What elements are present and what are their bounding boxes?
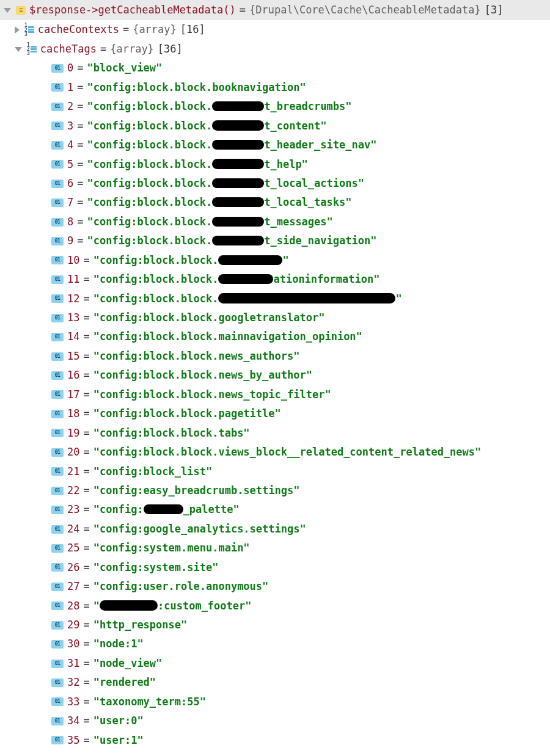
tree-row-item[interactable]: 0119="config:block.block.tabs" (0, 424, 550, 443)
string-icon: 01 (51, 141, 64, 150)
item-value: "config:block.block.t_local_tasks" (87, 193, 352, 212)
tree-row-cache-tags[interactable]: 123 cacheTags = {array} [36] (0, 40, 550, 59)
tree-row-item[interactable]: 019="config:block.block.t_side_navigatio… (0, 231, 550, 250)
tree-row-item[interactable]: 0110="config:block.block." (0, 251, 550, 270)
redacted-text (212, 101, 264, 111)
equals-sign: = (77, 78, 83, 97)
item-value: "config:block.block." (94, 289, 402, 308)
item-index: 29 (67, 616, 79, 634)
item-index: 16 (67, 366, 79, 385)
item-index: 4 (67, 136, 73, 154)
root-count: [3] (485, 1, 504, 20)
tree-row-item[interactable]: 014="config:block.block.t_header_site_na… (0, 136, 550, 154)
equals-sign: = (83, 558, 89, 577)
tree-row-item[interactable]: 0132="rendered" (0, 673, 550, 692)
equals-sign: = (83, 308, 89, 327)
equals-sign: = (83, 520, 89, 539)
string-icon: 01 (51, 602, 64, 610)
item-index: 18 (67, 404, 79, 423)
item-value: "config:block.block.pagetitle" (94, 404, 281, 423)
string-icon: 01 (51, 275, 64, 284)
string-icon: 01 (51, 237, 64, 245)
string-icon: 01 (51, 448, 64, 457)
item-index: 21 (67, 462, 79, 481)
tree-row-item[interactable]: 0127="config:user.role.anonymous" (0, 577, 550, 596)
item-value: "config:easy_breadcrumb.settings" (94, 481, 300, 500)
tree-row-item[interactable]: 0131="node_view" (0, 654, 550, 673)
tree-row-item[interactable]: 0113="config:block.block.googletranslato… (0, 308, 550, 327)
tree-row-item[interactable]: 0124="config:google_analytics.settings" (0, 520, 550, 539)
tree-row-item[interactable]: 0129="http_response" (0, 616, 550, 634)
chevron-down-icon[interactable] (4, 8, 11, 13)
tree-row-item[interactable]: 0115="config:block.block.news_authors" (0, 347, 550, 366)
equals-sign: = (77, 59, 83, 78)
chevron-down-icon[interactable] (15, 47, 22, 52)
tree-row-item[interactable]: 017="config:block.block.t_local_tasks" (0, 193, 550, 212)
property-name: cacheTags (40, 40, 97, 59)
tree-row-item[interactable]: 018="config:block.block.t_messages" (0, 213, 550, 231)
tree-row-item[interactable]: 0112="config:block.block." (0, 289, 550, 308)
item-value: "config:block.block.t_side_navigation" (87, 231, 377, 250)
tree-row-item[interactable]: 011="config:block.block.booknavigation" (0, 78, 550, 97)
item-index: 17 (67, 385, 79, 404)
redacted-text (218, 274, 273, 284)
equals-sign: = (83, 443, 89, 462)
equals-sign: = (77, 97, 83, 116)
tree-row-item[interactable]: 0116="config:block.block.news_by_author" (0, 366, 550, 385)
item-index: 8 (67, 213, 73, 231)
tree-row-item[interactable]: 010="block_view" (0, 59, 550, 78)
tree-row-item[interactable]: 0128=":custom_footer" (0, 597, 550, 616)
tree-row-cache-contexts[interactable]: 123 cacheContexts = {array} [16] (0, 20, 550, 39)
equals-sign: = (100, 40, 106, 59)
equals-sign: = (83, 692, 89, 711)
tree-row-item[interactable]: 016="config:block.block.t_local_actions" (0, 174, 550, 193)
redacted-text (212, 140, 264, 150)
tree-row-item[interactable]: 0135="user:1" (0, 731, 550, 750)
equals-sign: = (83, 634, 89, 653)
equals-sign: = (83, 481, 89, 500)
string-icon: 01 (51, 429, 64, 437)
tree-row-item[interactable]: 0134="user:0" (0, 711, 550, 730)
tree-row-item[interactable]: 0125="config:system.menu.main" (0, 539, 550, 558)
chevron-right-icon[interactable] (15, 26, 20, 34)
equals-sign: = (77, 213, 83, 231)
equals-sign: = (77, 155, 83, 174)
tree-row-item[interactable]: 0120="config:block.block.views_block__re… (0, 443, 550, 462)
item-value: ":custom_footer" (94, 597, 252, 616)
tree-row-item[interactable]: 0121="config:block_list" (0, 462, 550, 481)
item-value: "config:block.block.booknavigation" (87, 78, 306, 97)
tree-row-item[interactable]: 0111="config:block.block.ationinformatio… (0, 270, 550, 289)
tree-row-item[interactable]: 012="config:block.block.t_breadcrumbs" (0, 97, 550, 116)
item-value: "config:block.block.t_messages" (87, 213, 333, 231)
string-icon: 01 (51, 506, 64, 514)
tree-row-item[interactable]: 0117="config:block.block.news_topic_filt… (0, 385, 550, 404)
item-value: "config:block.block.t_content" (87, 117, 327, 136)
redacted-text (100, 600, 158, 610)
tree-row-item[interactable]: 0133="taxonomy_term:55" (0, 692, 550, 711)
string-icon: 01 (51, 583, 64, 591)
tree-row-item[interactable]: 0130="node:1" (0, 634, 550, 653)
equals-sign: = (83, 654, 89, 673)
item-index: 23 (67, 500, 79, 519)
tree-row-item[interactable]: 0126="config:system.site" (0, 558, 550, 577)
tree-row-root[interactable]: ≡ $response->getCacheableMetadata() = {D… (0, 0, 550, 20)
item-value: "config:block.block.views_block__related… (94, 443, 482, 462)
tree-row-item[interactable]: 0114="config:block.block.mainnavigation_… (0, 327, 550, 346)
equals-sign: = (83, 616, 89, 634)
tree-row-item[interactable]: 0122="config:easy_breadcrumb.settings" (0, 481, 550, 500)
tree-row-item[interactable]: 013="config:block.block.t_content" (0, 117, 550, 136)
item-index: 12 (67, 289, 79, 308)
item-value: "config:system.site" (94, 558, 219, 577)
item-value: "config:block.block.news_topic_filter" (94, 385, 331, 404)
property-type: {array} (110, 40, 154, 59)
tree-row-item[interactable]: 015="config:block.block.t_help" (0, 155, 550, 174)
property-count: [36] (158, 40, 183, 59)
item-value: "node_view" (94, 654, 163, 673)
item-index: 34 (67, 711, 79, 730)
array-icon: 123 (24, 23, 34, 37)
redacted-text (212, 120, 264, 130)
tree-row-item[interactable]: 0118="config:block.block.pagetitle" (0, 404, 550, 423)
equals-sign: = (83, 539, 89, 558)
tree-row-item[interactable]: 0123="config:_palette" (0, 500, 550, 519)
object-icon: ≡ (16, 6, 26, 15)
